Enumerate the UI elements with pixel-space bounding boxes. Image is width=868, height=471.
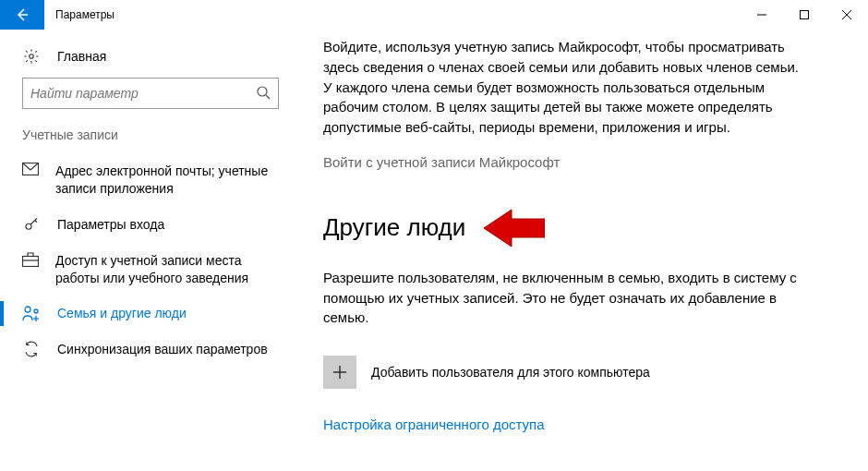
- back-button[interactable]: [0, 0, 44, 30]
- svg-point-6: [258, 87, 267, 96]
- maximize-icon: [800, 10, 809, 19]
- maximize-button[interactable]: [783, 0, 826, 30]
- family-description: Войдите, используя учетную запись Майкро…: [323, 37, 803, 138]
- svg-marker-16: [484, 210, 545, 247]
- sidebar-category: Учетные записи: [15, 127, 286, 153]
- sidebar-item-label: Синхронизация ваших параметров: [57, 341, 268, 358]
- sidebar-item-label: Адрес электронной почты; учетные записи …: [55, 163, 279, 198]
- sidebar-item-work-access[interactable]: Доступ к учетной записи места работы или…: [15, 243, 286, 296]
- titlebar: Параметры: [0, 0, 868, 30]
- sidebar-home-label: Главная: [57, 49, 106, 64]
- red-arrow-icon: [484, 207, 545, 249]
- svg-point-9: [26, 223, 31, 229]
- search-icon: [256, 85, 271, 103]
- sidebar-item-label: Доступ к учетной записи места работы или…: [55, 252, 279, 287]
- svg-rect-2: [801, 11, 809, 19]
- add-user-row[interactable]: Добавить пользователя для этого компьюте…: [323, 356, 831, 389]
- minimize-icon: [757, 10, 766, 19]
- sidebar-home[interactable]: Главная: [15, 41, 286, 78]
- sidebar-item-email[interactable]: Адрес электронной почты; учетные записи …: [15, 153, 286, 207]
- svg-point-12: [25, 307, 30, 312]
- sidebar-item-signin-options[interactable]: Параметры входа: [15, 207, 286, 243]
- gear-icon: [22, 48, 41, 65]
- key-icon: [22, 216, 41, 233]
- other-people-heading-row: Другие люди: [323, 207, 831, 249]
- sidebar-item-label: Параметры входа: [57, 216, 164, 234]
- other-people-heading: Другие люди: [323, 213, 465, 242]
- sidebar: Главная Учетные записи Адрес электронной…: [0, 30, 295, 471]
- svg-line-7: [266, 95, 270, 99]
- sidebar-item-family[interactable]: Семья и другие люди: [15, 296, 286, 332]
- close-icon: [842, 10, 851, 19]
- window-title: Параметры: [44, 0, 741, 30]
- sync-icon: [22, 341, 41, 357]
- minimize-button[interactable]: [741, 0, 783, 30]
- content-pane: Войдите, используя учетную запись Майкро…: [295, 30, 868, 471]
- sidebar-item-label: Семья и другие люди: [57, 305, 187, 322]
- signin-microsoft-link[interactable]: Войти с учетной записи Майкрософт: [323, 154, 560, 170]
- plus-icon: [332, 365, 347, 380]
- restricted-access-link[interactable]: Настройка ограниченного доступа: [323, 417, 831, 432]
- people-icon: [22, 305, 41, 321]
- search-box[interactable]: [22, 78, 279, 109]
- svg-point-5: [30, 54, 34, 59]
- search-input[interactable]: [30, 86, 256, 101]
- sidebar-item-sync[interactable]: Синхронизация ваших параметров: [15, 332, 286, 368]
- close-button[interactable]: [826, 0, 868, 30]
- window-controls: [741, 0, 868, 30]
- arrow-left-icon: [15, 7, 30, 22]
- mail-icon: [22, 163, 39, 175]
- add-user-label: Добавить пользователя для этого компьюте…: [371, 365, 650, 380]
- add-user-button[interactable]: [323, 356, 356, 389]
- svg-rect-10: [23, 256, 39, 266]
- other-people-description: Разрешите пользователям, не включенным в…: [323, 268, 803, 328]
- svg-point-13: [34, 309, 38, 313]
- briefcase-icon: [22, 252, 39, 267]
